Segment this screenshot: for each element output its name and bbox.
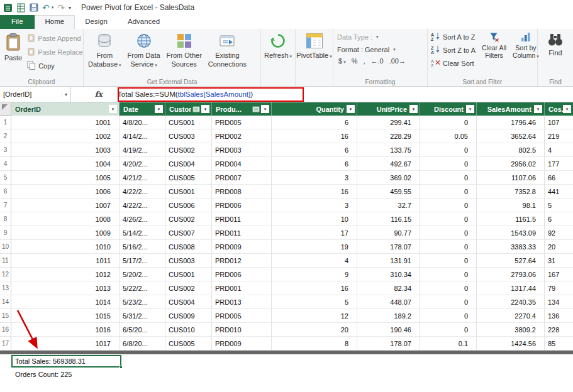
- cell-salesamount[interactable]: 2956.02: [477, 157, 545, 171]
- row-number[interactable]: 5: [0, 171, 11, 185]
- cell-orderid[interactable]: 1010: [11, 240, 120, 254]
- column-header-customer[interactable]: Custom... ▾: [165, 102, 212, 116]
- filter-dropdown-icon[interactable]: ▾: [261, 105, 269, 113]
- from-other-sources-button[interactable]: From Other Sources: [164, 31, 205, 77]
- row-number[interactable]: 14: [0, 295, 11, 309]
- cell-discount[interactable]: 0.05: [420, 129, 477, 143]
- cell-cost[interactable]: 441: [545, 185, 573, 199]
- cell-date[interactable]: 6/5/20...: [120, 323, 165, 337]
- column-header-salesamount[interactable]: SalesAmount ▾: [477, 102, 545, 116]
- decrease-decimal-button[interactable]: .00→: [389, 57, 406, 65]
- tab-design[interactable]: Design: [75, 15, 118, 29]
- row-number[interactable]: 17: [0, 337, 11, 351]
- cell-discount[interactable]: 0: [420, 157, 477, 171]
- refresh-button[interactable]: Refresh▾: [261, 31, 295, 77]
- column-header-orderid[interactable]: OrderID ▾: [11, 102, 120, 116]
- cell-salesamount[interactable]: 2793.06: [477, 268, 545, 281]
- cell-date[interactable]: 5/16/2...: [120, 240, 165, 254]
- name-box[interactable]: [OrderID] ▾: [0, 87, 71, 102]
- clear-sort-button[interactable]: AZ Clear Sort: [429, 58, 477, 68]
- column-header-cost[interactable]: Cos... ▾: [545, 102, 573, 116]
- increase-decimal-button[interactable]: ←.0: [370, 57, 383, 65]
- cell-discount[interactable]: 0: [420, 171, 477, 185]
- cell-unitprice[interactable]: 369.02: [357, 171, 420, 185]
- cell-quantity[interactable]: 5: [272, 295, 357, 309]
- cell-customer[interactable]: CUS005: [165, 171, 212, 185]
- cell-date[interactable]: 5/14/2...: [120, 226, 165, 240]
- cell-unitprice[interactable]: 459.55: [357, 185, 420, 199]
- row-number[interactable]: 2: [0, 129, 11, 143]
- paste-replace-button[interactable]: Paste Replace: [25, 47, 85, 57]
- cell-unitprice[interactable]: 310.34: [357, 268, 420, 281]
- sort-a-to-z-button[interactable]: AZ Sort A to Z: [429, 32, 477, 42]
- cell-orderid[interactable]: 1006: [11, 185, 120, 199]
- cell-product[interactable]: PRD006: [212, 268, 272, 281]
- cell-quantity[interactable]: 17: [272, 226, 357, 240]
- cell-orderid[interactable]: 1014: [11, 295, 120, 309]
- cell-discount[interactable]: 0: [420, 295, 477, 309]
- cell-discount[interactable]: 0: [420, 323, 477, 337]
- column-header-date[interactable]: Date ▾: [120, 102, 165, 116]
- orders-count-measure-cell[interactable]: Orders Count: 225: [11, 369, 76, 380]
- cell-customer[interactable]: CUS002: [165, 281, 212, 295]
- undo-icon[interactable]: ↶: [42, 3, 50, 13]
- filter-dropdown-icon[interactable]: ▾: [534, 105, 542, 113]
- cell-discount[interactable]: 0: [420, 185, 477, 199]
- percent-format-button[interactable]: %: [352, 57, 358, 65]
- cell-product[interactable]: PRD008: [212, 185, 272, 199]
- thousands-separator-button[interactable]: ,: [363, 57, 365, 65]
- cell-customer[interactable]: CUS008: [165, 240, 212, 254]
- cell-customer[interactable]: CUS010: [165, 323, 212, 337]
- cell-discount[interactable]: 0: [420, 254, 477, 268]
- workbook-icon[interactable]: [16, 3, 26, 13]
- cell-cost[interactable]: 136: [545, 309, 573, 323]
- cell-product[interactable]: PRD009: [212, 337, 272, 351]
- row-number[interactable]: 12: [0, 268, 11, 281]
- cell-quantity[interactable]: 20: [272, 323, 357, 337]
- cell-salesamount[interactable]: 3383.33: [477, 240, 545, 254]
- pivottable-button[interactable]: PivotTable▾: [293, 31, 335, 77]
- cell-cost[interactable]: 85: [545, 337, 573, 351]
- cell-date[interactable]: 5/17/2...: [120, 254, 165, 268]
- cell-discount[interactable]: 0: [420, 143, 477, 157]
- cell-quantity[interactable]: 16: [272, 281, 357, 295]
- column-header-quantity[interactable]: Quantity ▾: [272, 102, 357, 116]
- row-number[interactable]: 1: [0, 116, 11, 129]
- cell-cost[interactable]: 219: [545, 129, 573, 143]
- cell-quantity[interactable]: 4: [272, 254, 357, 268]
- cell-discount[interactable]: 0: [420, 116, 477, 129]
- cell-product[interactable]: PRD001: [212, 281, 272, 295]
- cell-product[interactable]: PRD011: [212, 212, 272, 226]
- cell-customer[interactable]: CUS007: [165, 226, 212, 240]
- tab-home[interactable]: Home: [35, 15, 75, 29]
- tab-advanced[interactable]: Advanced: [118, 15, 170, 29]
- cell-discount[interactable]: 0: [420, 226, 477, 240]
- cell-orderid[interactable]: 1016: [11, 323, 120, 337]
- cell-cost[interactable]: 79: [545, 281, 573, 295]
- cell-orderid[interactable]: 1008: [11, 212, 120, 226]
- cell-quantity[interactable]: 6: [272, 157, 357, 171]
- cell-cost[interactable]: 107: [545, 116, 573, 129]
- cell-customer[interactable]: CUS002: [165, 212, 212, 226]
- from-data-service-button[interactable]: From Data Service▾: [125, 31, 164, 77]
- cell-quantity[interactable]: 3: [272, 199, 357, 212]
- cell-product[interactable]: PRD002: [212, 129, 272, 143]
- cell-unitprice[interactable]: 178.07: [357, 337, 420, 351]
- row-number[interactable]: 11: [0, 254, 11, 268]
- cell-quantity[interactable]: 10: [272, 212, 357, 226]
- cell-date[interactable]: 4/22/2...: [120, 185, 165, 199]
- cell-unitprice[interactable]: 133.75: [357, 143, 420, 157]
- cell-customer[interactable]: CUS005: [165, 337, 212, 351]
- cell-discount[interactable]: 0.1: [420, 337, 477, 351]
- cell-date[interactable]: 4/14/2...: [120, 129, 165, 143]
- cell-quantity[interactable]: 8: [272, 337, 357, 351]
- cell-cost[interactable]: 5: [545, 199, 573, 212]
- sort-z-to-a-button[interactable]: ZA Sort Z to A: [429, 45, 477, 55]
- cell-date[interactable]: 4/21/2...: [120, 171, 165, 185]
- cell-product[interactable]: PRD004: [212, 157, 272, 171]
- row-number[interactable]: 3: [0, 143, 11, 157]
- cell-product[interactable]: PRD007: [212, 171, 272, 185]
- save-icon[interactable]: [30, 3, 38, 13]
- cell-orderid[interactable]: 1011: [11, 254, 120, 268]
- filter-dropdown-icon[interactable]: ▾: [347, 105, 355, 113]
